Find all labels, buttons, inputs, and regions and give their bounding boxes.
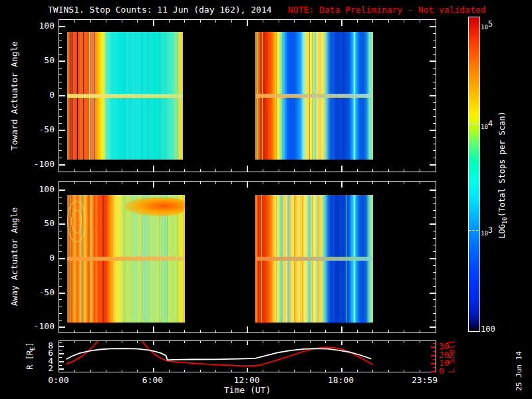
x-tick — [169, 182, 170, 184]
l-minor-tick — [433, 359, 436, 360]
page-title: TWINS1. Stop Counts: 11 Jun (day 162), 2… — [48, 5, 272, 15]
time-tick-label: 23:59 — [405, 375, 445, 385]
x-tick — [215, 20, 216, 23]
y-tick — [433, 54, 436, 55]
colorbar-tick-label: 105 — [481, 19, 493, 31]
x-tick — [388, 370, 389, 372]
contour-ellipse — [71, 209, 82, 233]
y-tick — [59, 61, 65, 62]
y-tick — [59, 203, 62, 204]
x-tick — [294, 20, 295, 23]
x-tick — [74, 370, 75, 372]
x-tick — [294, 341, 295, 343]
y-tick — [430, 258, 436, 259]
x-tick — [341, 368, 342, 372]
preliminary-note: NOTE: Data Preliminary - Not validated — [288, 5, 485, 15]
x-tick — [263, 182, 263, 184]
x-tick — [310, 370, 311, 372]
y-tick — [59, 47, 62, 48]
x-tick — [325, 169, 326, 172]
x-tick — [74, 341, 75, 343]
x-tick — [357, 182, 358, 184]
x-tick — [404, 20, 404, 23]
x-tick — [153, 20, 154, 26]
y-tick — [59, 33, 62, 34]
datestamp: 25 Jun 14 — [515, 351, 524, 391]
x-tick — [137, 182, 138, 184]
y-tick — [59, 327, 65, 328]
y-tick — [59, 223, 65, 225]
x-tick — [325, 20, 326, 23]
spectrogram-data-block — [255, 32, 373, 160]
y-tick — [59, 74, 62, 75]
x-tick — [200, 370, 201, 372]
y-tick — [433, 286, 436, 287]
x-tick — [388, 341, 389, 343]
x-tick — [90, 182, 91, 184]
x-tick — [153, 341, 154, 345]
x-tick — [404, 182, 404, 184]
y-tick — [59, 265, 62, 266]
colorbar-tick-base: 100 — [481, 325, 495, 334]
orbit-line-panel — [59, 340, 436, 372]
y-tick — [433, 74, 436, 75]
l-shell-line — [66, 341, 373, 366]
x-tick — [420, 20, 420, 23]
x-tick — [231, 330, 232, 332]
y-tick — [433, 150, 436, 151]
zero-angle-stripe — [67, 257, 185, 261]
y-tick — [430, 164, 436, 166]
x-tick — [122, 182, 122, 184]
y-tick — [430, 190, 436, 191]
x-tick — [106, 20, 106, 23]
x-tick — [372, 20, 373, 23]
y-tick — [433, 231, 436, 231]
r-minor-tick — [59, 357, 62, 358]
x-tick — [310, 341, 311, 343]
colorbar-tick-base: 10 — [481, 230, 488, 237]
y-tick — [59, 88, 62, 89]
x-tick — [184, 341, 185, 343]
x-tick — [263, 370, 263, 372]
x-tick — [122, 341, 122, 343]
r-distance-line — [66, 348, 372, 360]
y-tick — [59, 144, 62, 144]
y-tick — [59, 197, 62, 198]
x-tick — [231, 20, 232, 23]
x-tick — [153, 166, 154, 172]
x-tick — [325, 330, 326, 332]
l-minor-tick — [433, 351, 436, 352]
colorbar-tick-base: 10 — [481, 24, 488, 31]
y-tick — [433, 251, 436, 252]
x-tick — [90, 20, 91, 23]
r-tick — [59, 353, 64, 354]
zero-angle-stripe — [67, 94, 184, 98]
x-tick — [279, 20, 279, 23]
x-tick — [420, 341, 420, 343]
plot-canvas: TWINS1. Stop Counts: 11 Jun (day 162), 2… — [0, 0, 532, 399]
y-tick — [59, 68, 62, 68]
y-tick — [59, 164, 65, 166]
x-tick — [263, 20, 263, 23]
colorbar-tick-exponent: 5 — [488, 19, 493, 29]
y-tick — [59, 238, 62, 239]
x-tick — [90, 169, 91, 172]
y-tick — [433, 82, 436, 82]
y-tick — [59, 54, 62, 55]
x-tick — [90, 370, 91, 372]
x-tick — [184, 370, 185, 372]
x-tick — [169, 341, 170, 343]
r-minor-tick — [59, 365, 62, 366]
x-axis-label: Time (UT) — [224, 386, 271, 395]
x-tick — [137, 169, 138, 172]
y-tick — [433, 88, 436, 89]
y-tick — [59, 251, 62, 252]
l-minor-tick — [433, 343, 436, 344]
y-tick — [433, 272, 436, 273]
x-tick — [169, 20, 170, 23]
y-tick — [433, 210, 436, 211]
y-tick — [433, 299, 436, 300]
x-tick — [310, 330, 311, 332]
colorbar-tick-exponent: 4 — [488, 119, 493, 128]
y-tick — [433, 313, 436, 314]
